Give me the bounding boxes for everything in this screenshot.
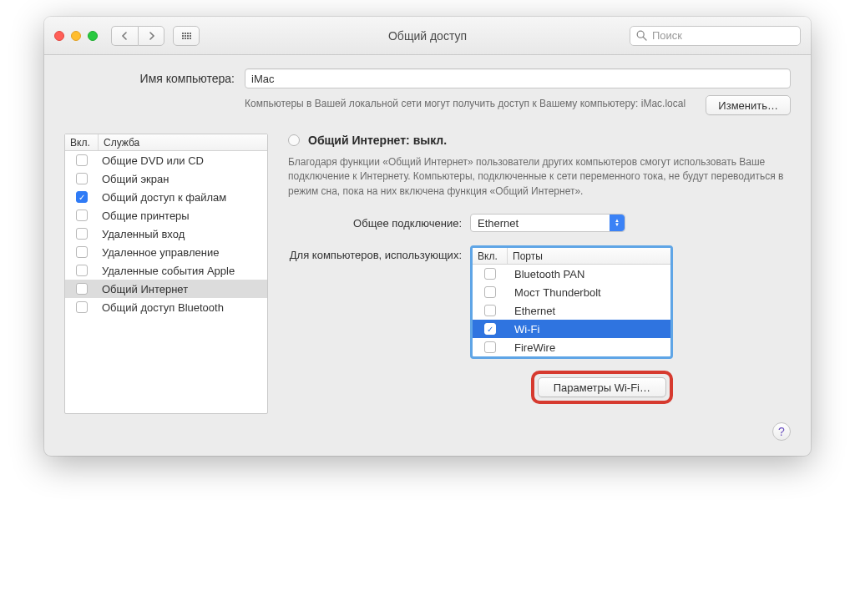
grid-icon [182,33,191,39]
port-row[interactable]: ✓Wi-Fi [473,320,670,338]
minimize-button[interactable] [71,31,81,41]
service-row[interactable]: Удаленные события Apple [65,261,267,280]
service-row[interactable]: ✓Общий доступ к файлам [65,188,267,206]
nav-buttons [111,26,164,46]
connection-label: Общее подключение: [288,214,462,230]
back-button[interactable] [111,26,138,46]
port-checkbox[interactable] [484,268,496,280]
service-label: Общий Интернет [99,283,267,295]
services-table: Вкл. Служба Общие DVD или CDОбщий экран✓… [64,134,268,414]
service-checkbox[interactable] [76,265,88,276]
ports-header: Вкл. Порты [473,248,670,265]
service-row[interactable]: Общие принтеры [65,206,267,225]
computer-name-label: Имя компьютера: [64,72,235,85]
computer-name-description: Компьютеры в Вашей локальной сети могут … [245,95,696,110]
col-on: Вкл. [65,134,99,150]
port-label: Bluetooth PAN [508,268,670,280]
ports-table: Вкл. Порты Bluetooth PANМост Thunderbolt… [470,245,673,359]
service-label: Удаленный вход [99,228,267,240]
service-checkbox[interactable] [76,154,88,166]
service-checkbox[interactable] [76,210,88,221]
detail-panel: Общий Интернет: выкл. Благодаря функции … [288,134,791,441]
ports-label: Для компьютеров, использующих: [288,245,462,263]
port-row[interactable]: Bluetooth PAN [473,265,670,283]
service-checkbox[interactable] [76,283,88,295]
computer-name-input[interactable] [245,68,791,88]
zoom-button[interactable] [88,31,98,41]
service-label: Общий доступ к файлам [99,191,267,204]
service-row[interactable]: Общий Интернет [65,280,267,298]
col-service: Служба [99,134,267,150]
service-row[interactable]: Общий доступ Bluetooth [65,298,267,316]
window-controls [54,31,98,41]
service-row[interactable]: Общие DVD или CD [65,151,267,169]
close-button[interactable] [54,31,64,41]
status-title: Общий Интернет: выкл. [308,134,447,147]
search-input[interactable]: Поиск [630,26,801,46]
service-row[interactable]: Удаленный вход [65,225,267,243]
service-label: Удаленное управление [99,246,267,259]
content: Имя компьютера: Компьютеры в Вашей локал… [44,55,811,456]
service-checkbox[interactable] [76,246,88,258]
ports-col-on: Вкл. [473,248,508,264]
port-label: Wi-Fi [508,323,670,336]
port-row[interactable]: Мост Thunderbolt [473,283,670,301]
port-row[interactable]: Ethernet [473,301,670,320]
connection-value: Ethernet [478,217,519,230]
forward-button[interactable] [138,26,164,46]
search-icon [636,30,647,43]
titlebar: Общий доступ Поиск [44,17,811,55]
status-radio[interactable] [288,134,300,146]
port-checkbox[interactable] [484,286,496,298]
service-checkbox[interactable] [76,301,88,313]
port-checkbox[interactable] [484,341,496,353]
services-header: Вкл. Служба [65,134,267,151]
wifi-options-button[interactable]: Параметры Wi-Fi… [538,377,666,397]
service-checkbox[interactable] [76,173,88,184]
highlight-annotation: Параметры Wi-Fi… [531,371,673,404]
port-label: Ethernet [508,305,670,317]
service-row[interactable]: Удаленное управление [65,243,267,261]
port-label: FireWire [508,341,670,354]
preferences-window: Общий доступ Поиск Имя компьютера: Компь… [44,17,811,456]
help-button[interactable]: ? [772,422,791,441]
service-label: Общий доступ Bluetooth [99,301,267,314]
ports-col-ports: Порты [508,248,670,264]
status-description: Благодаря функции «Общий Интернет» польз… [288,155,791,199]
service-label: Общие принтеры [99,210,267,222]
show-all-button[interactable] [173,26,200,46]
port-checkbox[interactable]: ✓ [484,323,496,335]
service-label: Общий экран [99,173,267,185]
select-arrows-icon: ▲▼ [610,215,625,231]
service-label: Общие DVD или CD [99,154,267,167]
service-checkbox[interactable]: ✓ [76,191,88,203]
connection-select[interactable]: Ethernet ▲▼ [470,214,625,232]
help-icon: ? [778,425,785,438]
service-row[interactable]: Общий экран [65,169,267,188]
port-row[interactable]: FireWire [473,338,670,356]
service-checkbox[interactable] [76,228,88,240]
port-checkbox[interactable] [484,305,496,316]
search-placeholder: Поиск [652,29,682,42]
edit-name-button[interactable]: Изменить… [706,95,791,115]
port-label: Мост Thunderbolt [508,286,670,299]
svg-line-1 [643,37,646,40]
service-label: Удаленные события Apple [99,265,267,277]
